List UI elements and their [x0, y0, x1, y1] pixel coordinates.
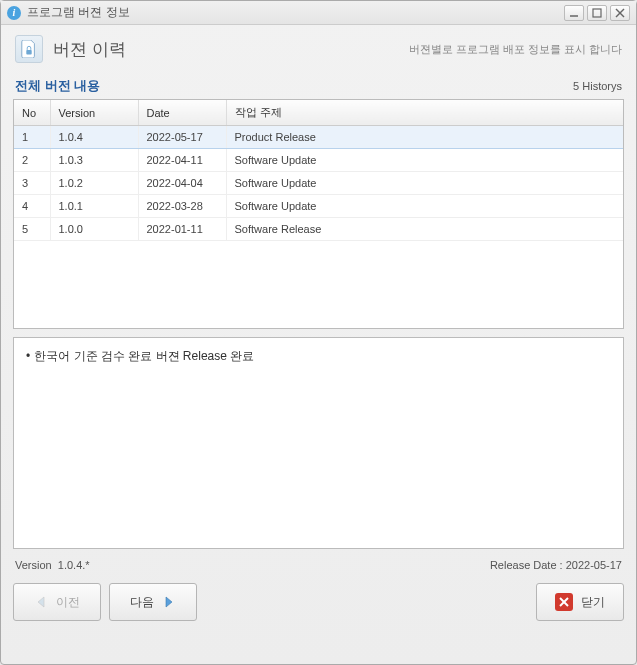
table-row[interactable]: 51.0.02022-01-11Software Release — [14, 218, 623, 241]
minimize-button[interactable] — [564, 5, 584, 21]
version-label: Version 1.0.4.* — [15, 559, 90, 571]
cell-version: 1.0.1 — [50, 195, 138, 218]
cell-no: 1 — [14, 126, 50, 149]
history-section: 전체 버전 내용 5 Historys No Version Date 작업 주… — [1, 71, 636, 329]
cell-no: 2 — [14, 149, 50, 172]
cell-version: 1.0.4 — [50, 126, 138, 149]
cell-version: 1.0.3 — [50, 149, 138, 172]
cell-date: 2022-05-17 — [138, 126, 226, 149]
close-button-label: 닫기 — [581, 594, 605, 611]
page-subtitle: 버젼별로 프로그램 배포 정보를 표시 합니다 — [409, 42, 622, 57]
svg-rect-1 — [593, 9, 601, 17]
table-row[interactable]: 21.0.32022-04-11Software Update — [14, 149, 623, 172]
title-bar: i 프로그램 버젼 정보 — [1, 1, 636, 25]
cell-date: 2022-04-11 — [138, 149, 226, 172]
details-panel: •한국어 기준 검수 완료 버젼 Release 완료 — [13, 337, 624, 549]
footer-info: Version 1.0.4.* Release Date : 2022-05-1… — [1, 549, 636, 575]
column-header-no[interactable]: No — [14, 100, 50, 126]
next-button-label: 다음 — [130, 594, 154, 611]
cell-version: 1.0.0 — [50, 218, 138, 241]
table-row[interactable]: 31.0.22022-04-04Software Update — [14, 172, 623, 195]
cell-version: 1.0.2 — [50, 172, 138, 195]
next-button[interactable]: 다음 — [109, 583, 197, 621]
history-table: No Version Date 작업 주제 11.0.42022-05-17Pr… — [14, 100, 623, 241]
cell-no: 5 — [14, 218, 50, 241]
cell-date: 2022-03-28 — [138, 195, 226, 218]
section-title: 전체 버전 내용 — [15, 77, 100, 95]
document-icon — [15, 35, 43, 63]
prev-button-label: 이전 — [56, 594, 80, 611]
close-icon — [555, 593, 573, 611]
close-button[interactable]: 닫기 — [536, 583, 624, 621]
column-header-subject[interactable]: 작업 주제 — [226, 100, 623, 126]
cell-subject: Software Update — [226, 149, 623, 172]
cell-subject: Product Release — [226, 126, 623, 149]
history-count: 5 Historys — [573, 80, 622, 92]
version-info-window: i 프로그램 버젼 정보 버젼 이력 버젼별로 프로그램 배포 정보를 표시 합… — [0, 0, 637, 665]
arrow-right-icon — [162, 595, 176, 609]
svg-rect-4 — [26, 50, 31, 55]
button-bar: 이전 다음 닫기 — [1, 575, 636, 633]
page-title: 버젼 이력 — [53, 38, 126, 61]
maximize-button[interactable] — [587, 5, 607, 21]
cell-subject: Software Update — [226, 195, 623, 218]
cell-no: 3 — [14, 172, 50, 195]
table-row[interactable]: 41.0.12022-03-28Software Update — [14, 195, 623, 218]
table-row[interactable]: 11.0.42022-05-17Product Release — [14, 126, 623, 149]
info-icon: i — [7, 6, 21, 20]
window-title: 프로그램 버젼 정보 — [27, 4, 130, 21]
details-text: 한국어 기준 검수 완료 버젼 Release 완료 — [34, 349, 254, 363]
cell-date: 2022-01-11 — [138, 218, 226, 241]
header: 버젼 이력 버젼별로 프로그램 배포 정보를 표시 합니다 — [1, 25, 636, 71]
release-date-label: Release Date : 2022-05-17 — [490, 559, 622, 571]
cell-subject: Software Update — [226, 172, 623, 195]
arrow-left-icon — [34, 595, 48, 609]
prev-button[interactable]: 이전 — [13, 583, 101, 621]
cell-date: 2022-04-04 — [138, 172, 226, 195]
history-table-container: No Version Date 작업 주제 11.0.42022-05-17Pr… — [13, 99, 624, 329]
cell-no: 4 — [14, 195, 50, 218]
column-header-date[interactable]: Date — [138, 100, 226, 126]
cell-subject: Software Release — [226, 218, 623, 241]
close-window-button[interactable] — [610, 5, 630, 21]
column-header-version[interactable]: Version — [50, 100, 138, 126]
bullet-icon: • — [26, 349, 30, 363]
